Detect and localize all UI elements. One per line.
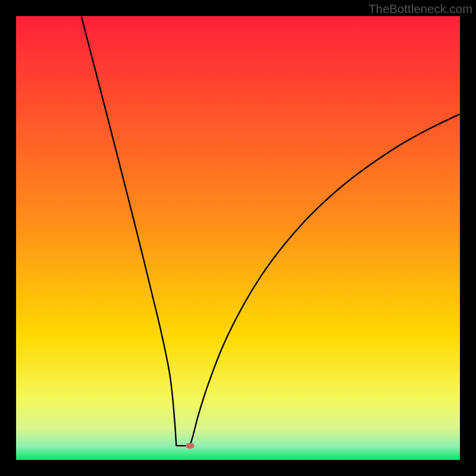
chart-container: TheBottleneck.com: [0, 0, 476, 476]
plot-background: [16, 16, 460, 460]
bottleneck-chart: [0, 0, 476, 476]
attribution-label: TheBottleneck.com: [368, 2, 472, 16]
optimal-marker: [186, 443, 194, 449]
